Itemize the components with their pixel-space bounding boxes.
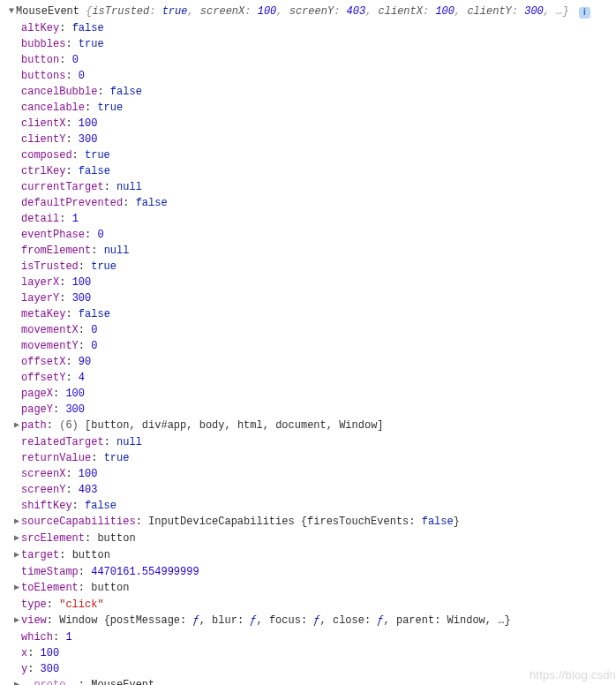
property-row: cancelBubble: false: [0, 84, 616, 100]
property-value: true: [85, 149, 110, 162]
summary-key: clientX: [379, 5, 423, 18]
property-key: fromElement: [21, 245, 91, 257]
property-key: which: [21, 631, 53, 644]
property-value: button: [91, 582, 129, 594]
property-row: bubbles: true: [0, 36, 616, 52]
property-value: true: [104, 452, 130, 464]
property-key: layerX: [21, 276, 59, 289]
property-value: MouseEvent: [91, 679, 154, 685]
property-key: cancelBubble: [21, 86, 97, 98]
expand-arrow-down-icon[interactable]: ▼: [7, 4, 16, 19]
property-row: currentTarget: null: [0, 179, 616, 195]
caps-class: InputDeviceCapabilities: [148, 516, 301, 528]
property-value: 300: [65, 403, 85, 416]
property-value: 100: [79, 468, 98, 480]
expand-arrow-right-icon[interactable]: ▶: [12, 677, 21, 685]
property-value: 1: [72, 213, 79, 225]
class-name: MouseEvent: [16, 5, 79, 18]
property-row: metaKey: false: [0, 306, 616, 322]
property-row: movementY: 0: [0, 338, 616, 354]
property-row: y: 300: [0, 661, 616, 677]
view-class: Window: [59, 614, 103, 627]
info-icon[interactable]: i: [579, 7, 590, 19]
property-row: x: 100: [0, 645, 616, 661]
property-key: screenX: [21, 468, 65, 480]
property-row: offsetX: 90: [0, 354, 616, 370]
property-row: relatedTarget: null: [0, 434, 616, 450]
property-value: 0: [91, 340, 97, 352]
property-key: __proto__: [21, 679, 79, 685]
summary-value: 300: [524, 5, 544, 18]
summary-value: 100: [435, 5, 454, 18]
property-value: 300: [41, 663, 60, 675]
path-item: div#app: [142, 419, 186, 432]
expand-arrow-right-icon[interactable]: ▶: [12, 418, 21, 433]
expand-arrow-right-icon[interactable]: ▶: [12, 531, 21, 546]
property-key: detail: [21, 213, 59, 225]
property-row: detail: 1: [0, 211, 616, 227]
property-key: clientY: [21, 133, 65, 146]
summary-key: isTrusted: [92, 5, 149, 18]
property-row[interactable]: ▶target: button: [0, 547, 616, 564]
property-value: false: [85, 500, 116, 512]
expand-arrow-right-icon[interactable]: ▶: [12, 613, 21, 629]
expand-arrow-right-icon[interactable]: ▶: [12, 514, 21, 530]
property-row: ctrlKey: false: [0, 163, 616, 179]
property-row: clientX: 100: [0, 116, 616, 132]
property-value: "click": [59, 598, 103, 611]
path-item: body: [199, 419, 225, 432]
property-row[interactable]: ▶toElement: button: [0, 580, 616, 597]
summary-key: screenY: [289, 5, 334, 18]
expand-arrow-right-icon[interactable]: ▶: [12, 580, 21, 596]
property-key: relatedTarget: [21, 436, 104, 448]
property-key: eventPhase: [21, 229, 85, 241]
property-row: button: 0: [0, 52, 616, 68]
property-row[interactable]: ▶sourceCapabilities: InputDeviceCapabili…: [0, 514, 616, 531]
path-item: Window: [339, 419, 377, 432]
property-row: pageY: 300: [0, 402, 616, 418]
property-row: defaultPrevented: false: [0, 195, 616, 211]
property-value: false: [79, 308, 110, 320]
summary-key: screenX: [200, 5, 244, 18]
object-header[interactable]: ▼MouseEvent {isTrusted: true, screenX: 1…: [0, 4, 616, 20]
property-value: button: [72, 549, 110, 561]
property-key: ctrlKey: [21, 165, 65, 177]
property-key: view: [21, 614, 47, 627]
property-key: buttons: [21, 70, 65, 82]
property-value: true: [97, 102, 123, 114]
property-key: path: [21, 419, 47, 432]
property-row[interactable]: ▶view: Window {postMessage: ƒ, blur: ƒ, …: [0, 613, 616, 629]
property-value: false: [72, 22, 104, 34]
property-row: layerX: 100: [0, 275, 616, 290]
expand-arrow-right-icon[interactable]: ▶: [12, 547, 21, 563]
property-value: false: [136, 197, 168, 209]
property-key: offsetX: [21, 356, 65, 368]
console-object-dump: ▼MouseEvent {isTrusted: true, screenX: 1…: [0, 0, 616, 685]
header-summary: isTrusted: true, screenX: 100, screenY: …: [92, 5, 556, 18]
property-row[interactable]: ▶__proto__: MouseEvent: [0, 677, 616, 685]
summary-key: clientY: [467, 5, 511, 18]
property-row: eventPhase: 0: [0, 227, 616, 243]
watermark-text: https://blog.csdn: [530, 667, 616, 683]
property-row: screenY: 403: [0, 482, 616, 498]
property-value: null: [116, 181, 142, 193]
property-key: button: [21, 54, 59, 66]
property-row[interactable]: ▶path: (6) [button, div#app, body, html,…: [0, 418, 616, 434]
property-row: movementX: 0: [0, 322, 616, 338]
property-row: screenX: 100: [0, 466, 616, 482]
property-list: altKey: falsebubbles: truebutton: 0butto…: [0, 20, 616, 685]
property-value: 0: [97, 229, 103, 241]
property-value: 100: [72, 276, 92, 289]
property-value: 100: [79, 117, 98, 130]
property-key: shiftKey: [21, 500, 72, 512]
property-value: true: [91, 260, 116, 273]
property-row: offsetY: 4: [0, 370, 616, 386]
property-row[interactable]: ▶srcElement: button: [0, 531, 616, 547]
property-value: 403: [79, 484, 98, 496]
property-key: target: [21, 549, 59, 561]
property-row: layerY: 300: [0, 290, 616, 306]
property-row: altKey: false: [0, 20, 616, 36]
property-value: 0: [91, 324, 97, 336]
property-row: buttons: 0: [0, 68, 616, 84]
property-value: 4470161.554999999: [91, 566, 199, 578]
